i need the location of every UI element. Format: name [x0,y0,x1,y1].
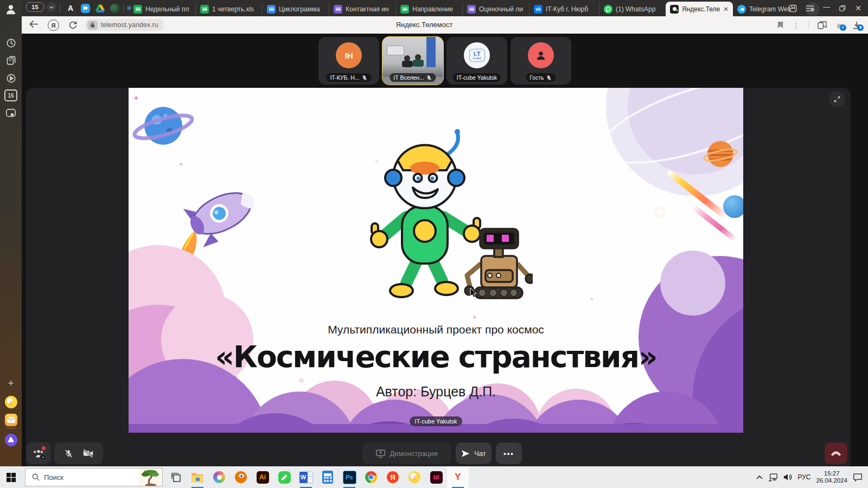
language-indicator[interactable]: РУС [797,473,810,481]
sidebar-add-icon[interactable]: + [0,375,22,391]
taskbar-yandex-music[interactable]: ♪ [404,466,425,488]
participant-tile-itvselen[interactable]: IT Вселен... [382,37,443,85]
profile-avatar[interactable] [0,1,22,17]
vk-icon: vk [534,5,542,14]
chat-button[interactable]: Чат [456,442,492,464]
invite-badge: + [40,454,47,461]
more-menu-icon[interactable]: ⋮ [793,21,800,29]
window-minimize-icon[interactable]: — [823,3,830,14]
task-view-button[interactable] [165,466,187,488]
tray-chevron-icon[interactable] [756,475,763,479]
tab-panel-icon[interactable] [789,4,797,12]
taskbar-photoshop[interactable]: Ps [339,466,360,488]
clock[interactable]: 15:27 26.04.2024 [816,470,847,484]
sheets-icon [200,5,209,14]
divider [124,4,124,12]
sheets-icon [133,5,142,14]
taskbar-chrome[interactable] [360,466,382,488]
yandex-music-icon[interactable]: ♪ [0,394,22,410]
screenshot-icon[interactable] [0,105,22,121]
taskbar-yandex-browser-active[interactable]: Y [447,466,469,488]
video-panel-icon[interactable] [0,70,22,86]
taskbar-green-editor[interactable] [273,466,295,488]
reload-icon[interactable] [68,20,78,29]
telemost-page: IH IT-КУБ. Н... IT Вселен... [22,34,868,466]
tab-bar: 15 A ✳ Недельный пл 1 четверть.xls [22,0,868,16]
tab-contacts[interactable]: Контактная ин [329,2,396,16]
downloads-badge: 9 [857,24,864,31]
striped-planet [703,138,738,170]
action-center-icon[interactable] [853,473,863,481]
tab-groups-icon[interactable] [818,21,827,29]
volume-icon[interactable] [783,473,792,481]
address-bar: Я telemost.yandex.ru Яндекс.Телемост ⋮ ✓… [22,16,868,34]
invite-button[interactable]: + [26,442,51,464]
taskbar-blender[interactable] [230,466,252,488]
tab-telemost-active[interactable]: Яндекс.Теле ✕ [666,2,733,16]
taskbar-file-explorer[interactable] [187,466,208,488]
protect-sync-icon[interactable]: ✓ [835,21,844,29]
downloads-icon[interactable]: 9 [853,21,860,29]
leave-call-button[interactable] [825,442,847,464]
taskbar-indesign[interactable]: Id [425,466,447,488]
sidebar-divider [5,428,16,428]
bookmark-icon[interactable] [777,21,784,29]
camera-off-icon[interactable] [83,449,93,458]
participant-name: IT Вселен... [393,74,424,81]
fullscreen-button[interactable] [829,91,845,107]
collections-icon[interactable] [0,52,22,68]
back-icon[interactable] [29,20,39,28]
participant-name: Гость [529,74,544,81]
tab-weekly-plan[interactable]: Недельный пл [129,2,196,16]
window-restore-icon[interactable] [839,5,846,11]
participant-name: IT-cube Yakutsk [457,74,497,81]
taskbar-yandex[interactable]: Я [382,466,404,488]
telegram-icon [737,5,746,14]
more-options-button[interactable]: ••• [496,442,522,464]
meeting-toolbar: + Демонстрация Чат ••• [22,442,868,464]
taskbar-calculator[interactable] [317,466,339,488]
tab-score-sheet[interactable]: Оценочный ли [463,2,529,16]
browser-sidebar: 15 + ♪ [0,0,22,466]
taskbar-word[interactable]: W [295,466,317,488]
window-close-icon[interactable]: ✕ [855,4,861,12]
network-icon[interactable] [768,473,778,481]
tab-list-chevron-icon[interactable] [47,2,56,12]
tab-vk-itcube[interactable]: vk IT-Куб г. Нюрб [529,2,599,16]
history-icon[interactable] [0,35,22,51]
tab-quarter-xls[interactable]: 1 четверть.xls [196,2,263,16]
telemost-icon [670,5,679,14]
docs-icon [267,5,276,14]
participant-tile-guest[interactable]: Гость [510,37,571,85]
folder-icon [191,472,204,483]
mic-muted-icon[interactable] [64,449,73,458]
pinned-tab-a-icon[interactable]: A [65,3,76,14]
sheets-icon [400,5,409,14]
presentation-stage: ✦ ✦ ✦ ✦ ✦ ✦ [26,88,851,472]
pinned-tab-disk-icon[interactable] [109,3,120,14]
participant-tile-itkub[interactable]: IH IT-КУБ. Н... [318,37,379,85]
yandex-search-icon[interactable]: Я [48,20,59,31]
mic-camera-group[interactable] [54,442,103,464]
participant-avatar [528,42,554,68]
taskbar-illustrator[interactable]: Ai [252,466,273,488]
start-button[interactable] [0,466,22,488]
tab-cyclogram[interactable]: Циклограмма [263,2,329,16]
browser-menu-icon[interactable] [806,5,814,11]
url-field[interactable]: telemost.yandex.ru [86,19,164,31]
tab-whatsapp[interactable]: (1) WhatsApp [599,2,666,16]
mic-muted-icon [426,75,432,81]
tab-direction[interactable]: Направление [396,2,463,16]
pinned-tab-messenger-icon[interactable] [80,3,91,14]
participant-tile-itcube-yakutsk[interactable]: I.T CUBE IT-cube Yakutsk [446,37,507,85]
taskbar-paint3d[interactable] [208,466,230,488]
alice-assistant-icon[interactable] [0,432,22,448]
share-screen-button[interactable]: Демонстрация [362,442,451,464]
pinned-tab-drive-icon[interactable] [94,3,105,14]
mic-muted-icon [362,75,368,81]
yandex-mail-icon[interactable] [0,412,22,428]
calendar-icon[interactable]: 15 [0,87,22,104]
tab-counter[interactable]: 15 [26,2,44,12]
taskbar-search-box[interactable]: Поиск [25,468,163,486]
close-tab-icon[interactable]: ✕ [723,5,729,13]
